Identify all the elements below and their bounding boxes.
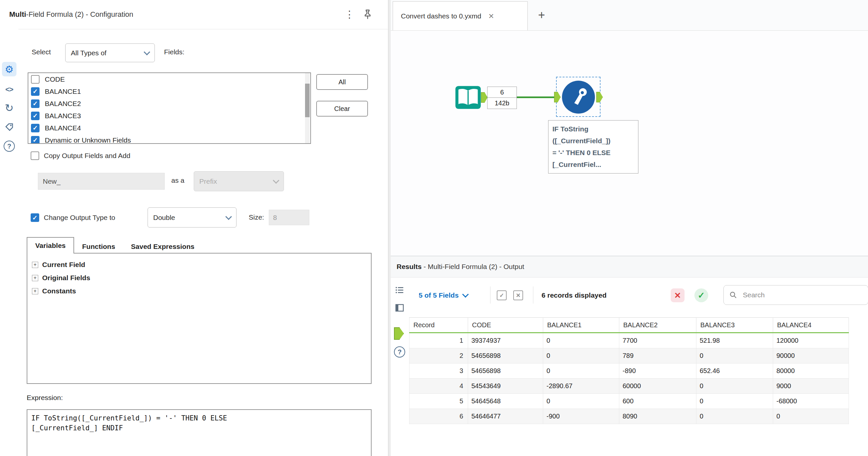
variables-tree[interactable]: +Current Field+Original Fields+Constants — [27, 253, 372, 384]
layout-panel-icon[interactable] — [394, 302, 405, 314]
field-checkbox-list[interactable]: CODE✓BALANCE1✓BALANCE2✓BALANCE3✓BALANCE4… — [28, 72, 311, 144]
select-cells-check-icon[interactable]: ✓ — [497, 290, 507, 300]
help-icon[interactable]: ? — [394, 346, 405, 358]
change-output-type-checkbox[interactable]: ✓ — [31, 213, 39, 222]
field-checkbox[interactable]: ✓ — [31, 124, 39, 132]
tab-saved-expressions[interactable]: Saved Expressions — [123, 240, 203, 254]
pin-icon[interactable] — [362, 8, 374, 21]
new-tab-icon[interactable]: + — [534, 7, 549, 23]
deselect-cells-x-icon[interactable]: ✕ — [513, 290, 523, 300]
tab-variables[interactable]: Variables — [27, 237, 74, 254]
table-row[interactable]: 654646477-900809000 — [409, 409, 849, 424]
select-all-button[interactable]: All — [316, 74, 368, 90]
data-cell[interactable]: 9000 — [773, 379, 849, 394]
record-number-cell[interactable]: 4 — [409, 379, 468, 394]
panel-divider[interactable] — [389, 0, 391, 456]
data-cell[interactable]: 600 — [619, 394, 696, 409]
errors-filter-icon[interactable]: ✕ — [671, 288, 684, 302]
field-checkbox[interactable]: ✓ — [31, 87, 39, 96]
expand-plus-icon[interactable]: + — [32, 275, 38, 281]
configuration-gear-icon[interactable]: ⚙ — [2, 62, 17, 76]
data-cell[interactable]: 54645648 — [468, 394, 543, 409]
data-cell[interactable]: -68000 — [773, 394, 849, 409]
field-checkbox[interactable]: ✓ — [31, 111, 39, 120]
data-cell[interactable]: 0 — [543, 394, 619, 409]
record-number-cell[interactable]: 5 — [409, 394, 468, 409]
clear-selection-button[interactable]: Clear — [316, 101, 368, 117]
data-cell[interactable]: 80000 — [773, 363, 849, 379]
close-tab-icon[interactable]: × — [489, 11, 494, 21]
data-cell[interactable]: -2890.67 — [543, 379, 619, 394]
output-anchor-selector-icon[interactable] — [394, 327, 404, 340]
tab-functions[interactable]: Functions — [74, 240, 123, 254]
field-list-item[interactable]: ✓Dynamic or Unknown Fields — [28, 134, 310, 144]
record-number-cell[interactable]: 1 — [409, 333, 468, 348]
panel-menu-icon[interactable]: ⋮ — [344, 7, 355, 22]
expression-editor[interactable]: IF ToString([_CurrentField_]) = '-' THEN… — [27, 409, 372, 456]
affix-type-dropdown[interactable]: Prefix — [194, 171, 284, 191]
data-cell[interactable]: 521.98 — [696, 333, 773, 348]
record-number-cell[interactable]: 6 — [409, 409, 468, 424]
table-row[interactable]: 55464564806000-68000 — [409, 394, 849, 409]
data-cell[interactable]: 0 — [696, 394, 773, 409]
table-row[interactable]: 454543649-2890.676000009000 — [409, 379, 849, 394]
column-header-code[interactable]: CODE — [468, 318, 543, 333]
field-type-filter-dropdown[interactable]: All Types of — [65, 43, 155, 62]
output-type-dropdown[interactable]: Double — [148, 207, 237, 228]
data-cell[interactable]: 7700 — [619, 333, 696, 348]
data-cell[interactable]: 0 — [773, 409, 849, 424]
data-cell[interactable]: 0 — [696, 348, 773, 363]
field-checkbox[interactable] — [31, 75, 39, 84]
data-cell[interactable]: 54543649 — [468, 379, 543, 394]
field-list-item[interactable]: ✓BALANCE1 — [28, 85, 310, 97]
results-table[interactable]: RecordCODEBALANCE1BALANCE2BALANCE3BALANC… — [409, 317, 849, 424]
field-checkbox[interactable]: ✓ — [31, 99, 39, 108]
data-cell[interactable]: -900 — [543, 409, 619, 424]
data-cell[interactable]: 0 — [543, 333, 619, 348]
ok-filter-icon[interactable]: ✓ — [694, 288, 708, 302]
field-list-item[interactable]: CODE — [28, 73, 310, 85]
column-header-balance3[interactable]: BALANCE3 — [696, 318, 773, 333]
prefix-text-input[interactable] — [38, 173, 165, 190]
tree-item[interactable]: +Original Fields — [27, 271, 371, 285]
field-checkbox[interactable]: ✓ — [31, 136, 39, 144]
field-list-item[interactable]: ✓BALANCE3 — [28, 110, 310, 122]
expand-plus-icon[interactable]: + — [32, 288, 38, 294]
column-header-balance1[interactable]: BALANCE1 — [543, 318, 619, 333]
metadata-list-icon[interactable] — [394, 285, 405, 296]
input-data-tool[interactable] — [454, 83, 483, 112]
data-cell[interactable]: 60000 — [619, 379, 696, 394]
tree-item[interactable]: +Constants — [27, 285, 371, 298]
data-cell[interactable]: 8090 — [619, 409, 696, 424]
multi-field-formula-tool[interactable] — [562, 81, 595, 113]
column-header-balance4[interactable]: BALANCE4 — [773, 318, 849, 333]
data-cell[interactable]: 0 — [696, 409, 773, 424]
xml-code-icon[interactable]: <> — [2, 82, 17, 97]
table-row[interactable]: 2546568980789090000 — [409, 348, 849, 363]
table-row[interactable]: 3546568980-890652.4680000 — [409, 363, 849, 379]
copy-output-checkbox[interactable] — [31, 152, 39, 160]
refresh-icon[interactable]: ↻ — [2, 101, 17, 115]
data-cell[interactable]: 120000 — [773, 333, 849, 348]
data-cell[interactable]: 54656898 — [468, 363, 543, 379]
column-header-record[interactable]: Record — [409, 318, 468, 333]
workflow-tab[interactable]: Convert dashes to 0.yxmd × — [393, 1, 528, 30]
data-cell[interactable]: 90000 — [773, 348, 849, 363]
record-number-cell[interactable]: 3 — [409, 363, 468, 379]
data-cell[interactable]: 54646477 — [468, 409, 543, 424]
field-list-item[interactable]: ✓BALANCE2 — [28, 97, 310, 110]
data-cell[interactable]: 39374937 — [468, 333, 543, 348]
connection-progress-label[interactable]: 6 142b — [487, 87, 517, 109]
field-list-scrollbar[interactable] — [305, 73, 310, 143]
data-cell[interactable]: 54656898 — [468, 348, 543, 363]
data-cell[interactable]: 0 — [543, 363, 619, 379]
data-cell[interactable]: -890 — [619, 363, 696, 379]
help-icon[interactable]: ? — [2, 139, 17, 154]
table-row[interactable]: 13937493707700521.98120000 — [409, 333, 849, 348]
scrollbar-thumb[interactable] — [305, 84, 310, 117]
tool-annotation[interactable]: IF ToString([_CurrentField_])= '-' THEN … — [548, 120, 639, 173]
data-cell[interactable]: 789 — [619, 348, 696, 363]
record-number-cell[interactable]: 2 — [409, 348, 468, 363]
data-cell[interactable]: 0 — [696, 379, 773, 394]
field-list-item[interactable]: ✓BALANCE4 — [28, 122, 310, 134]
